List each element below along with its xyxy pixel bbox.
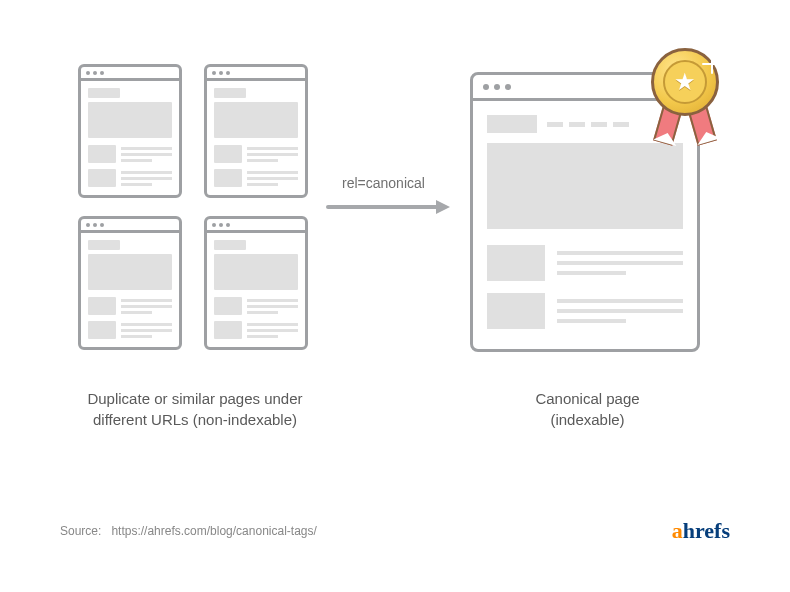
duplicate-caption: Duplicate or similar pages under differe… (60, 388, 330, 430)
source-url: https://ahrefs.com/blog/canonical-tags/ (111, 524, 316, 538)
window-dots-icon (207, 219, 305, 233)
duplicate-page-4 (204, 216, 308, 350)
duplicate-page-1 (78, 64, 182, 198)
source-citation: Source: https://ahrefs.com/blog/canonica… (60, 524, 317, 538)
duplicate-page-3 (78, 216, 182, 350)
window-dots-icon (207, 67, 305, 81)
window-dots-icon (81, 67, 179, 81)
medal-badge-icon: ★ (645, 48, 725, 158)
ahrefs-logo: ahrefs (672, 518, 730, 544)
arrow-icon (326, 200, 450, 214)
duplicate-page-2 (204, 64, 308, 198)
star-icon: ★ (674, 70, 696, 94)
arrow-label: rel=canonical (342, 175, 425, 191)
canonical-caption: Canonical page (indexable) (500, 388, 675, 430)
source-label: Source: (60, 524, 101, 538)
window-dots-icon (81, 219, 179, 233)
